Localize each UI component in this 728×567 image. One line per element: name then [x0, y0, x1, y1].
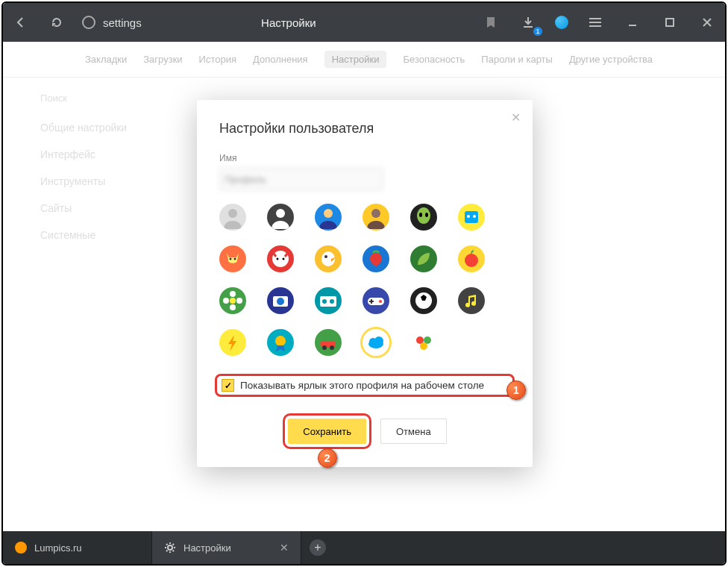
svg-point-38 [374, 336, 383, 345]
nav-history[interactable]: История [199, 54, 236, 65]
tab-close-icon[interactable]: ✕ [280, 542, 289, 554]
save-button-highlight: Сохранить 2 [283, 413, 371, 449]
svg-point-35 [330, 345, 334, 350]
svg-point-1 [228, 209, 237, 218]
dialog-close-button[interactable]: ✕ [511, 110, 521, 125]
gear-icon [164, 542, 176, 554]
annotation-marker-2: 2 [318, 448, 337, 468]
svg-point-20 [230, 291, 236, 297]
avatar-apple[interactable] [458, 245, 485, 272]
svg-point-6 [419, 213, 422, 217]
tab-strip: Lumpics.ru Настройки ✕ + [3, 531, 725, 564]
nav-settings[interactable]: Настройки [324, 51, 387, 68]
svg-point-34 [322, 345, 327, 350]
svg-point-5 [417, 207, 430, 224]
avatar-car[interactable] [315, 329, 342, 356]
page-title: Настройки [97, 16, 480, 29]
nav-security[interactable]: Безопасность [403, 54, 465, 65]
close-window-button[interactable] [697, 12, 718, 33]
tab-settings[interactable]: Настройки ✕ [152, 531, 301, 564]
avatar-cassette[interactable] [315, 287, 342, 314]
avatar-person-blue[interactable] [315, 204, 342, 231]
save-button[interactable]: Сохранить [288, 419, 366, 444]
tab-label: Настройки [183, 542, 231, 554]
avatar-leaf[interactable] [410, 245, 437, 272]
avatar-grid [219, 204, 510, 356]
minimize-button[interactable] [622, 12, 643, 33]
nav-addons[interactable]: Дополнения [253, 54, 308, 65]
svg-point-7 [425, 213, 428, 217]
svg-point-4 [371, 209, 380, 218]
svg-point-30 [379, 300, 382, 303]
titlebar: settings Настройки [3, 3, 725, 42]
downloads-icon[interactable] [518, 12, 539, 33]
svg-point-12 [234, 258, 236, 260]
svg-point-11 [230, 258, 232, 260]
avatar-camera[interactable] [267, 287, 294, 314]
svg-point-17 [324, 255, 327, 258]
svg-rect-8 [465, 211, 478, 223]
avatar-cat-red[interactable] [267, 245, 294, 272]
profile-avatar[interactable] [555, 16, 568, 29]
user-settings-dialog: ✕ Настройки пользователя Имя ✓ Показыват… [197, 100, 533, 467]
nav-passwords[interactable]: Пароли и карты [481, 54, 553, 65]
nav-bookmarks[interactable]: Закладки [85, 54, 127, 65]
svg-point-9 [467, 215, 470, 218]
avatar-soccer[interactable] [410, 287, 437, 314]
avatar-strawberry[interactable] [363, 245, 389, 272]
menu-icon[interactable] [585, 12, 606, 33]
avatar-silhouette[interactable] [219, 204, 246, 231]
nav-downloads[interactable]: Загрузки [143, 54, 182, 65]
tab-lumpics[interactable]: Lumpics.ru [3, 531, 152, 564]
avatar-cloud[interactable] [363, 329, 389, 356]
avatar-robot[interactable] [458, 204, 485, 231]
svg-point-27 [322, 299, 327, 304]
avatar-gamepad[interactable] [363, 287, 389, 314]
svg-point-21 [230, 304, 236, 310]
svg-point-23 [236, 298, 242, 304]
svg-point-22 [223, 298, 229, 304]
dialog-title: Настройки пользователя [219, 121, 510, 137]
svg-point-2 [276, 209, 285, 218]
svg-point-15 [283, 258, 285, 260]
new-tab-button[interactable]: + [301, 531, 334, 564]
tab-label: Lumpics.ru [34, 542, 82, 554]
svg-point-18 [465, 254, 478, 267]
avatar-bird[interactable] [315, 245, 342, 272]
avatar-alien[interactable] [410, 204, 437, 231]
desktop-shortcut-label: Показывать ярлык этого профиля на рабоче… [240, 380, 484, 391]
avatar-medal[interactable] [267, 329, 294, 356]
avatar-flower[interactable] [219, 287, 246, 314]
avatar-music[interactable] [458, 287, 485, 314]
cancel-button[interactable]: Отмена [380, 419, 447, 444]
avatar-cat-orange[interactable] [219, 245, 246, 272]
svg-point-25 [277, 298, 284, 305]
svg-point-3 [324, 209, 333, 218]
name-input[interactable] [219, 168, 383, 190]
avatar-person-yellow[interactable] [363, 204, 389, 231]
nav-devices[interactable]: Другие устройства [569, 54, 653, 65]
desktop-shortcut-checkbox-row[interactable]: ✓ Показывать ярлык этого профиля на рабо… [215, 374, 515, 397]
maximize-button[interactable] [659, 12, 680, 33]
back-button[interactable] [10, 12, 31, 33]
svg-point-10 [473, 215, 476, 218]
avatar-shapes[interactable] [410, 329, 437, 356]
svg-point-41 [420, 342, 427, 350]
annotation-marker-1: 1 [506, 380, 526, 400]
reload-button[interactable] [46, 12, 67, 33]
bookmark-icon[interactable] [480, 12, 501, 33]
settings-nav: Закладки Загрузки История Дополнения Нас… [3, 42, 725, 78]
name-label: Имя [219, 153, 510, 163]
svg-point-32 [275, 336, 286, 346]
avatar-person-dark[interactable] [267, 204, 294, 231]
svg-point-14 [277, 258, 279, 260]
svg-rect-0 [666, 19, 674, 26]
globe-icon [82, 16, 95, 29]
avatar-lightning[interactable] [219, 329, 246, 356]
favicon-lumpics [15, 542, 27, 554]
svg-point-42 [168, 545, 172, 550]
checkbox-checked-icon: ✓ [222, 379, 234, 392]
svg-point-28 [330, 299, 334, 304]
svg-point-19 [230, 298, 236, 304]
dialog-buttons: Сохранить 2 Отмена [219, 413, 510, 449]
